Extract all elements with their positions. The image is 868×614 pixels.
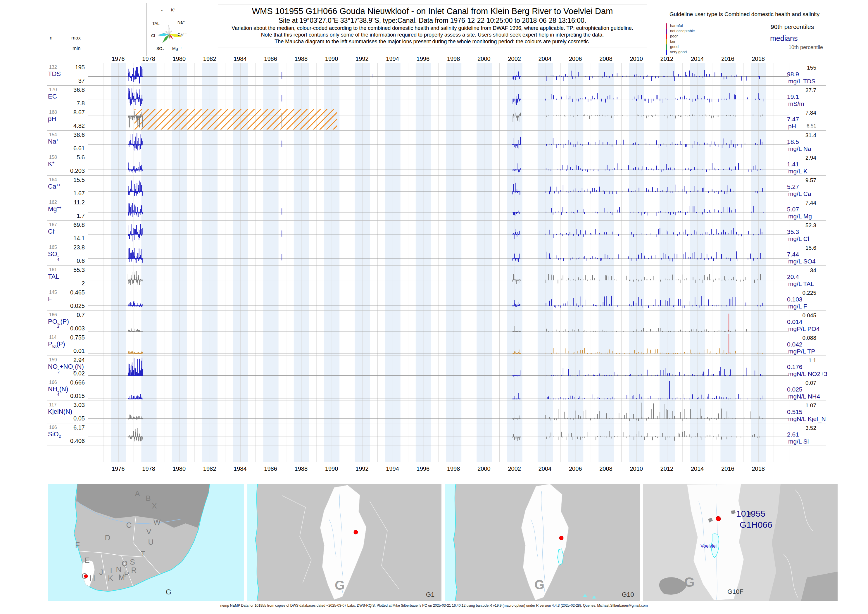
data-bar	[570, 280, 570, 281]
data-bar	[663, 234, 663, 234]
data-bar	[718, 191, 719, 194]
data-bar	[680, 280, 681, 283]
data-bar	[692, 115, 693, 116]
data-bar	[572, 330, 573, 332]
data-bar	[569, 351, 569, 354]
data-bar	[592, 188, 593, 192]
data-bar	[714, 191, 715, 193]
data-bar	[645, 99, 646, 101]
data-bar	[759, 76, 760, 79]
data-bar	[575, 352, 575, 354]
data-bar	[682, 431, 683, 437]
data-bar	[692, 99, 692, 102]
data-bar	[141, 67, 142, 77]
data-bar	[561, 432, 562, 437]
data-bar	[549, 170, 549, 171]
data-bar	[556, 187, 556, 192]
data-bar	[673, 305, 674, 307]
data-bar	[515, 212, 515, 214]
data-bar	[650, 279, 651, 281]
data-bar	[648, 99, 649, 103]
data-bar	[711, 279, 711, 281]
title-box: WMS 101955 G1H066 Gouda Nieuwkloof - on …	[218, 4, 647, 47]
data-bar	[142, 170, 143, 171]
data-bar	[140, 144, 140, 150]
data-bar	[546, 415, 546, 419]
data-bar	[697, 231, 697, 234]
data-bar	[546, 280, 546, 283]
data-bar	[702, 234, 703, 234]
data-bar	[514, 375, 514, 376]
data-bar	[520, 113, 521, 116]
data-bar	[700, 409, 701, 419]
data-bar	[605, 99, 606, 102]
data-bar	[672, 374, 673, 376]
map-panel-label: G1	[426, 591, 434, 598]
data-bar	[139, 248, 140, 259]
data-bar	[650, 329, 651, 332]
data-bar	[733, 191, 734, 192]
data-bar	[597, 305, 597, 306]
unit-label: mg/L F	[788, 303, 807, 310]
data-bar	[707, 417, 708, 419]
data-bar	[707, 143, 707, 145]
data-bar	[134, 274, 135, 280]
p90-value: 155	[787, 65, 816, 71]
data-bar	[725, 375, 726, 376]
data-bar	[611, 296, 612, 306]
year-tick-label: 1976	[112, 56, 125, 62]
data-bar	[619, 207, 620, 212]
data-bar	[565, 419, 566, 419]
data-bar	[563, 185, 563, 192]
region-letter-g: G	[535, 577, 544, 592]
data-bar	[648, 331, 648, 332]
year-tick-label: 2016	[721, 465, 735, 472]
data-bar	[556, 255, 557, 259]
data-bar	[518, 305, 518, 306]
data-bar	[680, 398, 680, 399]
data-bar	[520, 191, 521, 194]
data-bar	[741, 437, 741, 437]
data-bar	[615, 279, 615, 281]
guideline-color-fair	[666, 39, 667, 45]
data-bar	[673, 99, 673, 100]
data-bar	[678, 74, 679, 77]
data-bar	[745, 417, 745, 419]
data-bar	[590, 144, 590, 145]
year-tick-label: 1988	[295, 465, 308, 472]
data-bar	[704, 275, 705, 281]
data-bar	[551, 353, 552, 354]
data-bar	[711, 374, 712, 376]
data-bar	[707, 277, 708, 280]
data-bar	[585, 330, 585, 332]
data-bar	[687, 191, 687, 194]
data-bar	[663, 370, 663, 376]
data-bar	[723, 207, 723, 212]
data-bar	[513, 274, 514, 281]
data-bar	[134, 205, 135, 212]
data-bar	[134, 417, 135, 419]
data-bar	[593, 331, 594, 332]
data-bar	[590, 191, 591, 194]
region-letter: U	[148, 538, 154, 546]
data-bar	[675, 212, 676, 215]
data-bar	[577, 375, 578, 376]
data-bar	[556, 99, 557, 100]
data-bar	[760, 115, 761, 116]
data-bar	[550, 257, 551, 259]
data-bar	[609, 76, 609, 78]
data-bar	[721, 397, 722, 399]
median-value: 35.3	[787, 228, 799, 236]
data-bar	[549, 301, 550, 306]
data-bar	[643, 353, 644, 354]
data-bar	[730, 353, 731, 354]
data-bar	[129, 248, 130, 259]
data-bar	[702, 280, 702, 283]
data-bar	[559, 99, 559, 99]
data-bar	[593, 170, 594, 171]
data-bar	[715, 73, 715, 77]
data-bar	[566, 349, 566, 354]
data-bar	[666, 353, 666, 354]
data-bar	[683, 394, 683, 399]
row-separator	[47, 265, 826, 266]
